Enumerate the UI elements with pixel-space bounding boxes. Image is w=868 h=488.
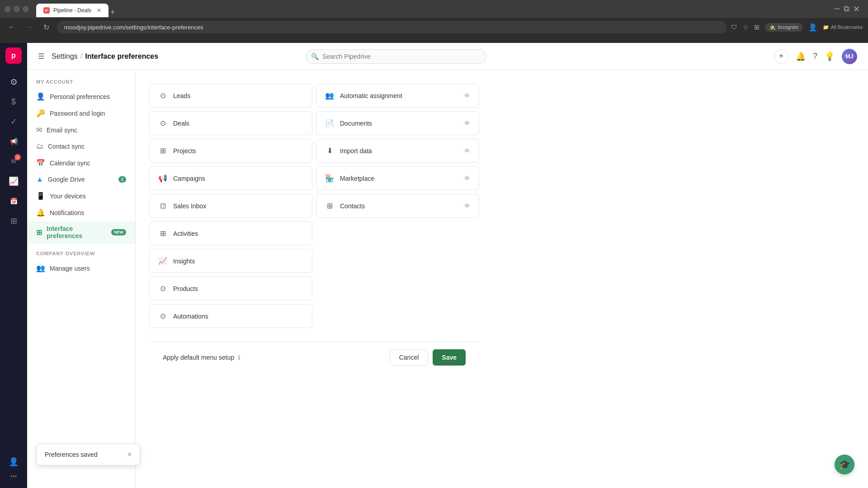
documents-label: Documents	[340, 120, 458, 127]
hamburger-icon: ☰	[38, 52, 44, 61]
all-bookmarks[interactable]: 📁 All Bookmarks	[823, 24, 863, 30]
add-button[interactable]: +	[774, 49, 788, 64]
sidebar-item-email-sync[interactable]: ✉ Email sync	[27, 122, 135, 138]
menu-item-activities[interactable]: ⊞ Activities	[149, 221, 312, 245]
eye-icon-contacts[interactable]: 👁	[464, 202, 471, 210]
menu-item-documents[interactable]: 📄 Documents 👁	[316, 111, 479, 135]
auto-assign-label: Automatic assignment	[340, 92, 458, 99]
contacts-icon: ⊞	[325, 202, 335, 210]
rail-item-deals[interactable]: $	[5, 93, 23, 111]
tab-favicon: P	[43, 7, 50, 14]
save-button[interactable]: Save	[433, 349, 466, 366]
my-account-title: MY ACCOUNT	[27, 79, 135, 88]
new-tab-button[interactable]: +	[110, 8, 115, 17]
activities-icon: ⊞	[158, 229, 168, 238]
menu-item-insights[interactable]: 📈 Insights	[149, 249, 312, 273]
window-close-icon[interactable]: ✕	[853, 4, 860, 14]
sidebar-item-calendar-sync[interactable]: 📅 Calendar sync	[27, 155, 135, 171]
rail-more[interactable]: •••	[10, 473, 17, 480]
avatar[interactable]: MJ	[842, 49, 857, 64]
help-icon-btn[interactable]: ?	[813, 52, 817, 61]
sidebar-item-notifications[interactable]: 🔔 Notifications	[27, 204, 135, 221]
sidebar-item-contact-sync[interactable]: 🗂 Contact sync	[27, 138, 135, 155]
breadcrumb-settings[interactable]: Settings	[52, 52, 78, 61]
active-tab[interactable]: P Pipeline - Deals ✕	[36, 4, 108, 17]
products-label: Products	[173, 285, 304, 292]
eye-icon-marketplace[interactable]: 👁	[464, 174, 471, 182]
sidebar-label-contact: Contact sync	[48, 143, 85, 150]
main-content: ☰ Settings / Interface preferences 🔍 + 🔔…	[27, 43, 868, 488]
menu-item-automations[interactable]: ⊙ Automations	[149, 304, 312, 328]
back-button[interactable]: ←	[5, 21, 18, 33]
menu-item-products[interactable]: ⊙ Products	[149, 277, 312, 300]
menu-item-import-data[interactable]: ⬇ Import data 👁	[316, 139, 479, 163]
bookmarks-icon: 📁	[823, 24, 829, 30]
sidebar-icon[interactable]: ⊞	[754, 23, 760, 31]
breadcrumb: Settings / Interface preferences	[52, 52, 158, 61]
sidebar-item-personal-preferences[interactable]: 👤 Personal preferences	[27, 88, 135, 105]
interface-icon: ⊞	[36, 228, 42, 237]
menu-item-campaigns[interactable]: 📢 Campaigns	[149, 166, 312, 190]
maximize-button[interactable]	[14, 6, 20, 12]
sidebar-item-your-devices[interactable]: 📱 Your devices	[27, 188, 135, 204]
rail-item-email[interactable]: ✉ 2	[5, 152, 23, 170]
sidebar-label-manage-users: Manage users	[50, 265, 90, 272]
toast-close-button[interactable]: ×	[127, 450, 132, 459]
refresh-button[interactable]: ↻	[40, 21, 52, 33]
user-icon: 👤	[808, 23, 817, 32]
rail-item-box[interactable]: ⊞	[5, 212, 23, 230]
mobile-icon: 📱	[36, 192, 45, 200]
star-icon[interactable]: ☆	[743, 23, 749, 31]
cancel-button[interactable]: Cancel	[390, 349, 429, 366]
auto-assign-icon: 👥	[325, 91, 335, 100]
window-restore-icon[interactable]: ⧉	[844, 4, 849, 14]
rail-item-users[interactable]: 👤	[5, 453, 23, 471]
notification-icon-btn[interactable]: 🔔	[796, 52, 806, 61]
eye-icon-import[interactable]: 👁	[464, 147, 471, 155]
sidebar-item-google-drive[interactable]: ▲ Google Drive 2	[27, 171, 135, 188]
sidebar-item-password-login[interactable]: 🔑 Password and login	[27, 105, 135, 122]
info-icon[interactable]: ℹ	[238, 354, 240, 361]
sidebar-item-interface-preferences[interactable]: ⊞ Interface preferences NEW	[27, 221, 135, 244]
tab-bar: P Pipeline - Deals ✕ +	[33, 1, 830, 17]
menu-item-sales-inbox[interactable]: ⊡ Sales Inbox	[149, 194, 312, 218]
sidebar-item-manage-users[interactable]: 👥 Manage users	[27, 260, 135, 277]
rail-logo[interactable]: p	[5, 47, 22, 64]
google-drive-icon: ▲	[36, 175, 43, 183]
sidebar-label-interface: Interface preferences	[47, 225, 107, 239]
rail-item-tasks[interactable]: ✓	[5, 113, 23, 131]
eye-icon-auto-assign[interactable]: 👁	[464, 92, 471, 99]
search-input[interactable]	[306, 49, 486, 64]
menu-item-leads[interactable]: ⊙ Leads	[149, 84, 312, 108]
menu-item-contacts[interactable]: ⊞ Contacts 👁	[316, 194, 479, 218]
app-header: ☰ Settings / Interface preferences 🔍 + 🔔…	[27, 43, 868, 70]
menu-item-automatic-assignment[interactable]: 👥 Automatic assignment 👁	[316, 84, 479, 108]
browser-chrome: P Pipeline - Deals ✕ + ─ ⧉ ✕ ← → ↻ 🛡 ☆ ⊞…	[0, 0, 868, 43]
window-minimize-icon[interactable]: ─	[834, 4, 840, 14]
close-button[interactable]	[23, 6, 29, 12]
menu-item-deals[interactable]: ⊙ Deals	[149, 111, 312, 135]
forward-button[interactable]: →	[23, 21, 35, 33]
help-fab-button[interactable]: 🎓	[835, 455, 854, 474]
rail-item-home[interactable]: ⊙	[5, 73, 23, 91]
tab-close-button[interactable]: ✕	[97, 7, 101, 14]
bell-icon: 🔔	[36, 208, 45, 217]
tab-title: Pipeline - Deals	[53, 7, 91, 14]
menu-item-marketplace[interactable]: 🏪 Marketplace 👁	[316, 166, 479, 190]
bottom-bar: Apply default menu setup ℹ Cancel Save	[149, 342, 479, 373]
address-input[interactable]	[57, 21, 726, 33]
eye-icon-documents[interactable]: 👁	[464, 119, 471, 127]
insights-label: Insights	[173, 258, 304, 265]
search-icon: 🔍	[311, 53, 319, 60]
menu-toggle-button[interactable]: ☰	[38, 52, 44, 61]
lightbulb-icon-btn[interactable]: 💡	[825, 52, 835, 61]
menu-item-projects[interactable]: ⊞ Projects	[149, 139, 312, 163]
google-drive-badge: 2	[118, 176, 126, 183]
projects-icon: ⊞	[158, 146, 168, 155]
import-label: Import data	[340, 147, 458, 155]
minimize-button[interactable]	[5, 6, 11, 12]
page-body: MY ACCOUNT 👤 Personal preferences 🔑 Pass…	[27, 70, 868, 488]
rail-item-campaigns[interactable]: 📢	[5, 132, 23, 150]
rail-item-chart[interactable]: 📈	[5, 172, 23, 190]
rail-item-calendar[interactable]: 📅	[5, 192, 23, 210]
